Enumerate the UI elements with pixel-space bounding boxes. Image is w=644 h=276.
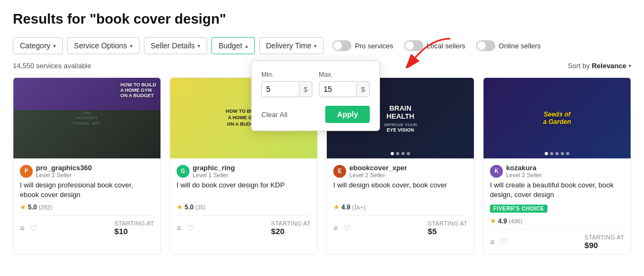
fiverrs-choice-badge: FIVERR'S CHOICE xyxy=(490,205,547,213)
card-2-body: G graphic_ring Level 1 Seller I will do … xyxy=(170,158,317,240)
local-sellers-toggle[interactable]: Local sellers xyxy=(404,40,465,51)
heart-icon-1[interactable]: ♡ xyxy=(30,223,37,233)
seller-name-2: graphic_ring xyxy=(193,164,235,172)
seller-name-3: ebookcover_xper xyxy=(349,164,407,172)
list-icon-3[interactable]: ≡ xyxy=(333,223,338,233)
card-1-image: THENUTRIENTFUNNEL WAY HOW TO BUILDA HOME… xyxy=(13,78,160,158)
card-title-4: I will create a beautiful book cover, bo… xyxy=(490,180,624,200)
budget-range-row: Min. $ Max. $ xyxy=(261,71,370,97)
card-footer-1: ≡ ♡ STARTING AT $10 xyxy=(20,215,154,236)
card-1[interactable]: THENUTRIENTFUNNEL WAY HOW TO BUILDA HOME… xyxy=(13,77,161,255)
budget-dropdown-popup: Min. $ Max. $ Clear All Apply xyxy=(251,61,380,131)
rating-val-2: 5.0 xyxy=(185,204,194,211)
card-3-dots xyxy=(391,152,410,155)
star-icon-3: ★ xyxy=(333,203,340,211)
rating-count-3: (1k+) xyxy=(352,204,365,210)
online-sellers-switch[interactable] xyxy=(476,40,495,51)
card-4-dots xyxy=(545,152,569,155)
chevron-up-icon: ▴ xyxy=(245,43,248,49)
card-3-body: E ebookcover_xper Level 2 Seller I will … xyxy=(327,158,474,240)
apply-button[interactable]: Apply xyxy=(325,106,370,123)
seller-level-2: Level 1 Seller xyxy=(193,172,235,178)
results-count: 14,550 services available xyxy=(13,62,91,70)
min-label: Min. xyxy=(261,71,312,78)
list-icon-4[interactable]: ≡ xyxy=(490,237,495,246)
chevron-down-icon: ▾ xyxy=(197,43,200,49)
popup-actions: Clear All Apply xyxy=(261,106,370,123)
min-input-wrap: $ xyxy=(261,81,312,97)
list-icon-2[interactable]: ≡ xyxy=(177,223,181,233)
online-sellers-toggle[interactable]: Online sellers xyxy=(476,40,541,51)
page-title: Results for "book cover design" xyxy=(13,11,631,27)
chevron-down-icon: ▾ xyxy=(53,43,56,49)
price-section-1: STARTING AT $10 xyxy=(114,220,154,236)
min-field: Min. $ xyxy=(261,71,312,97)
card-1-body: P pro_graphics360 Level 2 Seller I will … xyxy=(13,158,160,240)
seller-name-4: kozakura xyxy=(506,164,542,172)
max-currency: $ xyxy=(356,82,369,97)
rating-row-1: ★ 5.0 (282) xyxy=(20,203,154,211)
service-options-filter[interactable]: Service Options ▾ xyxy=(67,37,140,54)
footer-icons-2: ≡ ♡ xyxy=(177,223,194,233)
sort-by-label: Sort by Relevance xyxy=(568,62,626,70)
price-section-3: STARTING AT $5 xyxy=(428,220,467,236)
card-footer-2: ≡ ♡ STARTING AT $20 xyxy=(177,215,311,236)
price-section-4: STARTING AT $90 xyxy=(584,234,624,250)
seller-info-4: K kozakura Level 2 Seller xyxy=(490,164,624,178)
max-label: Max. xyxy=(319,71,370,78)
heart-icon-4[interactable]: ♡ xyxy=(500,237,507,247)
budget-filter[interactable]: Budget ▴ xyxy=(211,37,254,54)
rating-row-2: ★ 5.0 (35) xyxy=(177,203,311,211)
card-title-2: I will do book cover design for KDP xyxy=(177,180,311,200)
max-field: Max. $ xyxy=(319,71,370,97)
rating-count-2: (35) xyxy=(195,204,206,210)
seller-level-1: Level 2 Seller xyxy=(36,172,92,178)
filters-row: Category ▾ Service Options ▾ Seller Deta… xyxy=(13,37,631,54)
card-4-image: Seeds ofa Garden xyxy=(484,78,631,158)
avatar-2: G xyxy=(177,165,189,178)
seller-info-2: G graphic_ring Level 1 Seller xyxy=(177,164,311,178)
delivery-time-filter[interactable]: Delivery Time ▾ xyxy=(259,37,324,54)
seller-info-1: P pro_graphics360 Level 2 Seller xyxy=(20,164,154,178)
avatar-1: P xyxy=(20,165,33,178)
rating-row-4: ★ 4.9 (486) xyxy=(490,217,624,225)
chevron-down-icon: ▾ xyxy=(314,43,317,49)
clear-all-button[interactable]: Clear All xyxy=(261,111,287,119)
price-section-2: STARTING AT $20 xyxy=(271,220,311,236)
avatar-3: E xyxy=(333,165,346,178)
seller-info-3: E ebookcover_xper Level 2 Seller xyxy=(333,164,467,178)
min-currency: $ xyxy=(299,82,312,97)
avatar-4: K xyxy=(490,165,503,178)
card-title-3: I will design ebook cover, book cover xyxy=(333,180,467,200)
pro-services-switch[interactable] xyxy=(332,40,352,51)
heart-icon-2[interactable]: ♡ xyxy=(187,223,194,233)
rating-val-4: 4.9 xyxy=(498,217,507,225)
seller-level-4: Level 2 Seller xyxy=(506,172,542,178)
card-4[interactable]: Seeds ofa Garden K kozakura Level 2 Sell… xyxy=(483,77,631,255)
sort-chevron-icon: ▾ xyxy=(628,63,631,69)
footer-icons-4: ≡ ♡ xyxy=(490,237,507,247)
rating-count-4: (486) xyxy=(509,218,523,224)
star-icon-2: ★ xyxy=(177,203,183,211)
max-input-wrap: $ xyxy=(319,81,370,97)
star-icon-4: ★ xyxy=(490,217,496,225)
card-footer-3: ≡ ♡ STARTING AT $5 xyxy=(333,215,467,236)
pro-services-toggle[interactable]: Pro services xyxy=(332,40,393,51)
heart-icon-3[interactable]: ♡ xyxy=(343,223,350,233)
seller-details-filter[interactable]: Seller Details ▾ xyxy=(144,37,207,54)
max-input[interactable] xyxy=(319,82,356,97)
star-icon-1: ★ xyxy=(20,203,26,211)
chevron-down-icon: ▾ xyxy=(130,43,133,49)
footer-icons-3: ≡ ♡ xyxy=(333,223,350,233)
local-sellers-switch[interactable] xyxy=(404,40,423,51)
card-title-1: I will design professional book cover, e… xyxy=(20,180,154,200)
list-icon-1[interactable]: ≡ xyxy=(20,223,25,233)
toggles-group: Pro services Local sellers Online seller… xyxy=(332,40,541,51)
footer-icons-1: ≡ ♡ xyxy=(20,223,37,233)
rating-val-1: 5.0 xyxy=(28,204,37,211)
rating-val-3: 4.9 xyxy=(341,204,350,211)
seller-level-3: Level 2 Seller xyxy=(349,172,407,178)
sort-control[interactable]: Sort by Relevance ▾ xyxy=(568,62,631,70)
min-input[interactable] xyxy=(262,82,299,97)
category-filter[interactable]: Category ▾ xyxy=(13,37,63,54)
